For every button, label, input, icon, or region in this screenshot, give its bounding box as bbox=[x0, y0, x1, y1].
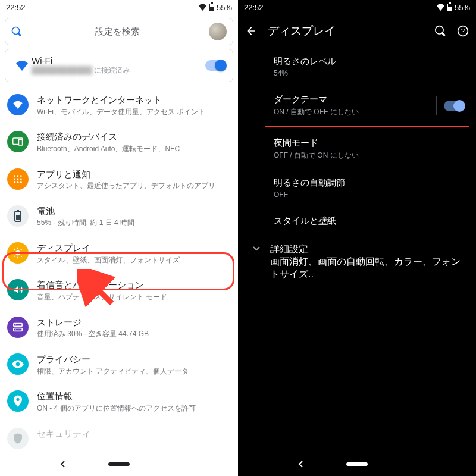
wifi-network-name: ████████████ bbox=[32, 66, 92, 74]
back-button[interactable] bbox=[245, 25, 257, 37]
screen-title: ディスプレイ bbox=[268, 23, 424, 39]
row-connected-devices[interactable]: 接続済みのデバイスBluetooth、Android Auto、運転モード、NF… bbox=[0, 124, 238, 161]
row-title: 着信音とバイブレーション bbox=[37, 279, 167, 291]
svg-rect-13 bbox=[16, 215, 20, 220]
row-storage[interactable]: ストレージ使用済み 30% - 空き容量 44.74 GB bbox=[0, 309, 238, 346]
item-sub: 画面消灯、画面の自動回転、カラー、フォントサイズ.. bbox=[270, 256, 464, 281]
row-sub: アシスタント、最近使ったアプリ、デフォルトのアプリ bbox=[37, 181, 215, 191]
item-title: 明るさのレベル bbox=[274, 56, 464, 67]
sound-icon bbox=[7, 279, 29, 300]
apps-icon bbox=[7, 168, 29, 190]
svg-rect-24 bbox=[14, 328, 22, 331]
row-title: 接続済みのデバイス bbox=[37, 131, 180, 143]
row-title: プライバシー bbox=[37, 353, 189, 365]
svg-line-21 bbox=[21, 249, 22, 250]
row-sub: 55% - 残り時間: 約 1 日 4 時間 bbox=[37, 218, 134, 228]
row-security[interactable]: セキュリティ bbox=[0, 421, 238, 456]
battery-icon bbox=[209, 4, 214, 11]
privacy-icon bbox=[7, 353, 29, 375]
item-sub: OFF bbox=[274, 190, 464, 199]
dark-theme-toggle[interactable] bbox=[444, 101, 464, 111]
status-bar: 22:52 55% bbox=[0, 0, 238, 14]
item-title: 夜間モード bbox=[274, 137, 464, 149]
svg-rect-23 bbox=[14, 323, 22, 326]
svg-line-19 bbox=[14, 249, 15, 250]
nav-home[interactable] bbox=[346, 462, 368, 466]
row-sub: 使用済み 30% - 空き容量 44.74 GB bbox=[37, 329, 149, 339]
row-location[interactable]: 位置情報ON - 4 個のアプリに位置情報へのアクセスを許可 bbox=[0, 383, 238, 420]
app-bar: ディスプレイ ? bbox=[238, 14, 476, 48]
item-sub: ON / 自動で OFF にしない bbox=[274, 107, 429, 117]
storage-icon bbox=[7, 317, 29, 338]
item-title: 明るさの自動調節 bbox=[274, 177, 464, 189]
item-title: 詳細設定 bbox=[270, 243, 464, 256]
nav-bar bbox=[238, 452, 476, 476]
svg-point-26 bbox=[15, 329, 16, 330]
search-placeholder: 設定を検索 bbox=[26, 26, 209, 37]
wifi-connected-suffix: に接続済み bbox=[92, 66, 130, 74]
item-dark-theme[interactable]: ダークテーマ ON / 自動で OFF にしない bbox=[238, 86, 476, 126]
svg-line-20 bbox=[21, 256, 22, 257]
svg-point-9 bbox=[17, 181, 19, 183]
row-display[interactable]: ディスプレイスタイル、壁紙、画面消灯、フォントサイズ bbox=[0, 235, 238, 272]
svg-point-14 bbox=[15, 250, 20, 255]
svg-point-25 bbox=[15, 324, 16, 325]
item-sub: 54% bbox=[274, 69, 464, 77]
network-icon bbox=[7, 94, 29, 115]
item-auto-brightness[interactable]: 明るさの自動調節 OFF bbox=[238, 169, 476, 207]
row-title: 電池 bbox=[37, 205, 134, 217]
item-brightness[interactable]: 明るさのレベル 54% bbox=[238, 48, 476, 86]
display-settings-screen: 22:52 55% ディスプレイ ? 明るさのレベル 54% ダークテーマ ON… bbox=[238, 0, 476, 476]
battery-percent: 55% bbox=[455, 3, 470, 12]
chevron-down-icon bbox=[252, 245, 261, 253]
wifi-toggle[interactable] bbox=[205, 60, 226, 71]
battery-percent: 55% bbox=[217, 3, 232, 12]
profile-avatar[interactable] bbox=[209, 23, 227, 40]
svg-rect-12 bbox=[17, 210, 19, 211]
svg-point-10 bbox=[20, 181, 22, 183]
item-style-wallpaper[interactable]: スタイルと壁紙 bbox=[238, 207, 476, 235]
svg-point-4 bbox=[20, 175, 22, 177]
row-privacy[interactable]: プライバシー権限、アカウント アクティビティ、個人データ bbox=[0, 346, 238, 383]
item-sub: OFF / 自動で ON にしない bbox=[274, 151, 464, 161]
wifi-quick-card[interactable]: Wi-Fi ████████████ に接続済み bbox=[5, 49, 233, 82]
item-advanced[interactable]: 詳細設定 画面消灯、画面の自動回転、カラー、フォントサイズ.. bbox=[238, 235, 476, 289]
row-title: 位置情報 bbox=[37, 390, 196, 402]
status-time: 22:52 bbox=[6, 3, 26, 12]
row-sub: 権限、アカウント アクティビティ、個人データ bbox=[37, 367, 189, 377]
wifi-status-icon bbox=[198, 4, 207, 11]
nav-back[interactable] bbox=[60, 461, 67, 468]
row-apps[interactable]: アプリと通知アシスタント、最近使ったアプリ、デフォルトのアプリ bbox=[0, 161, 238, 198]
row-sound[interactable]: 着信音とバイブレーション音量、ハプティクス、サイレント モード bbox=[0, 272, 238, 309]
nav-home[interactable] bbox=[108, 462, 130, 466]
search-icon bbox=[11, 26, 22, 37]
search-settings[interactable]: 設定を検索 bbox=[5, 18, 233, 45]
nav-bar bbox=[0, 452, 238, 476]
item-title: ダークテーマ bbox=[274, 94, 429, 105]
row-sub: ON - 4 個のアプリに位置情報へのアクセスを許可 bbox=[37, 403, 196, 414]
location-icon bbox=[7, 390, 29, 412]
item-title: スタイルと壁紙 bbox=[274, 215, 464, 227]
status-time: 22:52 bbox=[244, 3, 264, 12]
annotation-underline bbox=[265, 126, 469, 127]
search-button[interactable] bbox=[434, 25, 446, 37]
svg-rect-1 bbox=[19, 140, 23, 146]
row-title: セキュリティ bbox=[37, 428, 90, 440]
svg-point-8 bbox=[14, 181, 15, 183]
item-night-mode[interactable]: 夜間モード OFF / 自動で ON にしない bbox=[238, 129, 476, 169]
status-bar: 22:52 55% bbox=[238, 0, 476, 14]
row-title: ネットワークとインターネット bbox=[37, 94, 205, 106]
row-title: ディスプレイ bbox=[37, 242, 180, 254]
row-sub: 音量、ハプティクス、サイレント モード bbox=[37, 292, 167, 302]
row-battery[interactable]: 電池55% - 残り時間: 約 1 日 4 時間 bbox=[0, 198, 238, 235]
row-network[interactable]: ネットワークとインターネットWi-Fi、モバイル、データ使用量、アクセス ポイン… bbox=[0, 87, 238, 124]
svg-point-3 bbox=[17, 175, 19, 177]
svg-point-2 bbox=[14, 175, 15, 177]
svg-point-6 bbox=[17, 178, 19, 180]
help-button[interactable]: ? bbox=[457, 25, 469, 37]
nav-back[interactable] bbox=[298, 461, 305, 468]
svg-point-5 bbox=[14, 178, 15, 180]
row-sub: Bluetooth、Android Auto、運転モード、NFC bbox=[37, 144, 180, 154]
divider bbox=[436, 96, 437, 115]
wifi-status-icon bbox=[436, 4, 445, 11]
